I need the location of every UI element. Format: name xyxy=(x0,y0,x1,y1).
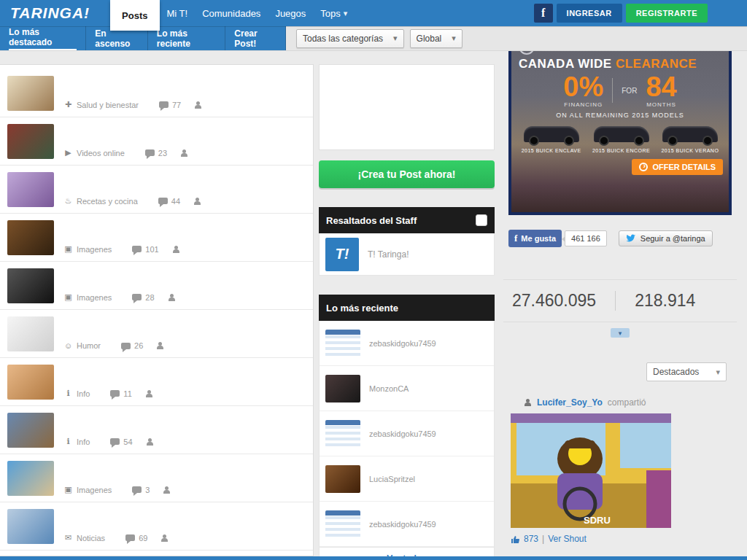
post-category-link[interactable]: Videos online xyxy=(77,149,125,158)
recent-thumbnail xyxy=(325,375,360,402)
nav-item-comunidades[interactable]: Comunidades xyxy=(195,0,268,26)
region-filter-dropdown[interactable]: Global xyxy=(410,29,462,48)
shout-image[interactable]: SDRU xyxy=(511,413,671,528)
comments-icon xyxy=(132,246,142,252)
author-icon[interactable] xyxy=(163,486,171,494)
collapse-button[interactable] xyxy=(611,328,630,338)
post-category-link[interactable]: Humor xyxy=(77,341,101,350)
category-icon: ▣ xyxy=(63,485,74,494)
post-row[interactable]: ☺ Humor 26 xyxy=(0,310,313,358)
post-row[interactable]: ℹ Info 11 xyxy=(0,358,313,406)
category-icon: ✉ xyxy=(63,533,74,542)
post-thumbnail[interactable] xyxy=(7,76,54,111)
post-category-link[interactable]: Recetas y cocina xyxy=(77,197,138,206)
taringa-logo[interactable]: TARINGA! xyxy=(10,4,90,22)
author-icon[interactable] xyxy=(156,342,164,349)
facebook-like-button[interactable]: Me gusta xyxy=(508,230,562,247)
post-category-link[interactable]: Imagenes xyxy=(77,293,112,302)
ad-headline: CANADA WIDE CLEARANCE xyxy=(511,55,729,71)
right-sidebar: BUICK CANADA WIDE CLEARANCE 0% FINANCING… xyxy=(503,31,737,560)
post-category-link[interactable]: Salud y bienestar xyxy=(77,101,139,109)
recent-username[interactable]: zebaskidgoku7459 xyxy=(369,520,436,529)
buick-ad-banner[interactable]: BUICK CANADA WIDE CLEARANCE 0% FINANCING… xyxy=(508,31,732,215)
recent-header-label: Lo más reciente xyxy=(326,303,398,314)
twitter-follow-button[interactable]: Seguir a @taringa xyxy=(619,230,713,246)
post-thumbnail[interactable] xyxy=(7,220,54,255)
post-meta: ♨ Recetas y cocina 44 xyxy=(63,196,201,206)
ad-headline-white: CANADA WIDE xyxy=(519,57,612,71)
author-icon[interactable] xyxy=(146,438,154,446)
post-category-link[interactable]: Noticias xyxy=(77,534,105,542)
recent-username[interactable]: zebaskidgoku7459 xyxy=(369,339,436,348)
staff-item[interactable]: T! T! Taringa! xyxy=(319,233,495,276)
author-icon[interactable] xyxy=(193,198,201,205)
create-post-button[interactable]: ¡Crea tu Post ahora! xyxy=(319,160,495,188)
post-thumbnail[interactable] xyxy=(7,365,54,400)
post-row[interactable]: ✉ Noticias 69 xyxy=(0,502,313,551)
recent-username[interactable]: MonzonCA xyxy=(369,384,409,393)
ver-shout-link[interactable]: Ver Shout xyxy=(548,534,587,544)
login-button[interactable]: INGRESAR xyxy=(557,4,622,23)
recent-username[interactable]: LuciaSpritzel xyxy=(369,475,415,483)
author-icon[interactable] xyxy=(172,246,180,253)
nav-item-mi-t[interactable]: Mi T! xyxy=(160,0,196,26)
post-row[interactable]: ℹ Info 54 xyxy=(0,406,313,454)
shout-user-link[interactable]: Lucifer_Soy_Yo xyxy=(537,397,603,408)
comments-icon xyxy=(159,101,169,108)
tab-crear-post[interactable]: Crear Post! xyxy=(225,26,286,50)
list-item[interactable]: zebaskidgoku7459 xyxy=(320,502,494,547)
tab-lo-mas-reciente[interactable]: Lo más reciente xyxy=(148,26,225,50)
post-category-link[interactable]: Info xyxy=(77,438,90,446)
staff-item-label: T! Taringa! xyxy=(368,249,409,260)
ad-months-number: 84 xyxy=(646,71,676,102)
post-row[interactable]: ▣ Imagenes 101 xyxy=(0,214,313,262)
post-category-link[interactable]: Imagenes xyxy=(77,245,112,254)
list-item[interactable]: MonzonCA xyxy=(320,366,494,411)
author-icon[interactable] xyxy=(180,149,188,157)
author-icon[interactable] xyxy=(194,101,202,109)
post-category-link[interactable]: Imagenes xyxy=(77,486,112,494)
post-thumbnail[interactable] xyxy=(7,316,54,351)
facebook-icon[interactable] xyxy=(534,4,553,23)
post-row[interactable]: ♨ Recetas y cocina 44 xyxy=(0,166,313,214)
post-thumbnail[interactable] xyxy=(7,124,54,159)
post-thumbnail[interactable] xyxy=(7,461,54,496)
offer-details-button[interactable]: OFFER DETAILS xyxy=(632,159,723,175)
author-icon[interactable] xyxy=(160,534,169,542)
list-item[interactable]: zebaskidgoku7459 xyxy=(320,321,494,366)
ad-months-group: 84 MONTHS xyxy=(646,73,676,108)
tab-lo-mas-destacado[interactable]: Lo más destacado xyxy=(0,26,86,50)
post-row[interactable]: ▶ Videos online 23 xyxy=(0,117,313,166)
post-thumbnail[interactable] xyxy=(7,509,54,544)
post-row[interactable]: ✚ Salud y bienestar 77 xyxy=(0,69,313,117)
nav-item-posts[interactable]: Posts xyxy=(110,0,159,31)
comment-count: 26 xyxy=(134,341,143,350)
post-category-link[interactable]: Info xyxy=(77,389,90,398)
post-thumbnail[interactable] xyxy=(7,172,54,207)
category-filter-dropdown[interactable]: Todas las categorías xyxy=(296,29,404,48)
post-thumbnail[interactable] xyxy=(7,413,54,448)
list-item[interactable]: LuciaSpritzel xyxy=(320,456,494,502)
list-item[interactable]: zebaskidgoku7459 xyxy=(320,411,494,456)
recent-thumbnail xyxy=(325,420,360,448)
comment-count: 77 xyxy=(172,101,181,109)
register-button[interactable]: REGISTRARTE xyxy=(626,4,708,23)
shout-likes[interactable]: 873 xyxy=(524,534,538,544)
author-icon[interactable] xyxy=(168,294,176,301)
post-row[interactable]: ▣ Imagenes 3 xyxy=(0,454,313,502)
recent-username[interactable]: zebaskidgoku7459 xyxy=(369,429,436,438)
nav-item-tops[interactable]: Tops xyxy=(313,0,355,26)
staff-checkbox[interactable] xyxy=(476,214,487,226)
staff-highlights-header: Resaltados del Staff xyxy=(319,207,495,233)
post-row[interactable]: ▣ Imagenes 28 xyxy=(0,262,313,310)
author-icon[interactable] xyxy=(145,390,153,397)
featured-dropdown[interactable]: Destacados xyxy=(646,362,727,381)
post-meta: ℹ Info 11 xyxy=(63,389,153,398)
post-thumbnail[interactable] xyxy=(7,268,54,303)
ad-months-label: MONTHS xyxy=(646,101,676,108)
separator: | xyxy=(542,534,544,544)
nav-item-juegos[interactable]: Juegos xyxy=(268,0,313,26)
ad-tagline: ON ALL REMAINING 2015 MODELS xyxy=(511,108,729,119)
shout-header: Lucifer_Soy_Yo compartió xyxy=(511,397,737,408)
stat-users: 27.460.095 xyxy=(512,291,596,311)
